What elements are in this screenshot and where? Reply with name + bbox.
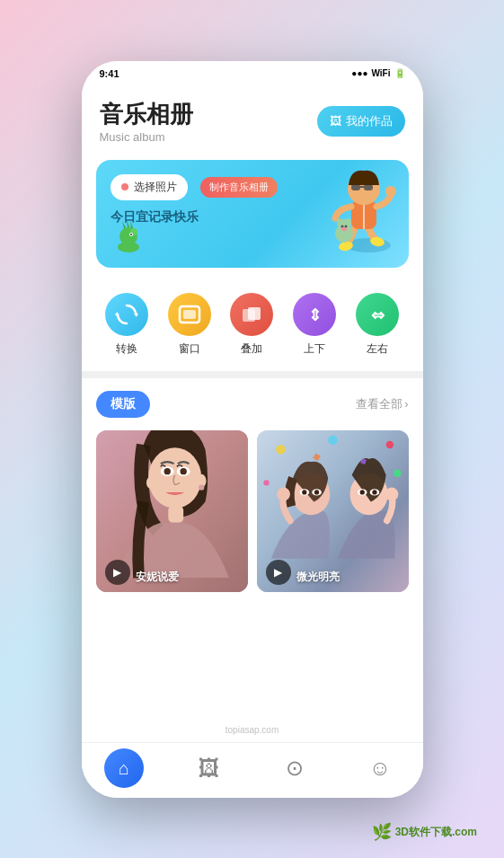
features-row: 转换 窗口 叠加 bbox=[82, 282, 423, 371]
banner-dot bbox=[121, 183, 128, 190]
svg-rect-29 bbox=[248, 307, 261, 320]
svg-point-41 bbox=[199, 484, 204, 490]
template-card-2[interactable]: ▶ 微光明亮 bbox=[257, 430, 409, 592]
feature-window[interactable]: 窗口 bbox=[168, 293, 211, 357]
overlay-icon bbox=[230, 293, 273, 336]
feature-overlay[interactable]: 叠加 bbox=[230, 293, 273, 357]
svg-point-54 bbox=[385, 487, 398, 500]
svg-point-47 bbox=[314, 490, 318, 494]
emoji-icon: ☺ bbox=[369, 756, 392, 781]
svg-point-61 bbox=[263, 480, 269, 485]
watermark: topiasap.com bbox=[225, 725, 279, 735]
template-header: 模版 查看全部 › bbox=[96, 391, 409, 418]
home-icon: ⌂ bbox=[104, 748, 144, 788]
banner-make-tag: 制作音乐相册 bbox=[200, 177, 278, 198]
home-icon-symbol: ⌂ bbox=[119, 758, 129, 779]
play-icon-2: ▶ bbox=[274, 566, 282, 579]
page-subtitle: Music album bbox=[100, 130, 193, 144]
bottom-watermark: 🌿 3D软件下载.com bbox=[372, 822, 477, 842]
content-area: 音乐相册 Music album 🖼 我的作品 选择照片 制作音乐相册 今日宜记… bbox=[82, 86, 423, 798]
svg-point-57 bbox=[328, 435, 338, 445]
bottom-nav: ⌂ 🖼 ⊙ ☺ bbox=[82, 742, 423, 798]
view-all-label: 查看全部 bbox=[356, 396, 402, 412]
svg-point-55 bbox=[276, 445, 286, 455]
svg-point-37 bbox=[164, 468, 170, 474]
wifi-icon: WiFi bbox=[371, 68, 390, 78]
nav-gallery[interactable]: 🖼 bbox=[167, 756, 252, 781]
signal-icon: ●●● bbox=[351, 68, 367, 78]
svg-marker-24 bbox=[136, 312, 138, 317]
svg-point-60 bbox=[393, 469, 401, 476]
my-works-button[interactable]: 🖼 我的作品 bbox=[317, 106, 405, 137]
banner-subtitle: 今日宜记录快乐 bbox=[111, 209, 394, 226]
status-time: 9:41 bbox=[100, 68, 119, 79]
template-badge: 模版 bbox=[96, 391, 150, 418]
banner[interactable]: 选择照片 制作音乐相册 今日宜记录快乐 bbox=[96, 160, 409, 268]
svg-point-56 bbox=[385, 441, 393, 448]
banner-select-btn[interactable]: 选择照片 bbox=[111, 174, 188, 200]
status-icons: ●●● WiFi 🔋 bbox=[351, 68, 404, 78]
feature-convert-label: 转换 bbox=[116, 341, 137, 357]
svg-point-33 bbox=[148, 447, 201, 509]
feature-leftright[interactable]: ⇔ 左右 bbox=[356, 293, 399, 357]
phone-frame: 9:41 ●●● WiFi 🔋 音乐相册 Music album 🖼 我的作品 bbox=[82, 61, 423, 798]
nav-play[interactable]: ⊙ bbox=[252, 756, 338, 781]
banner-content: 选择照片 制作音乐相册 今日宜记录快乐 bbox=[111, 174, 394, 226]
svg-point-15 bbox=[341, 227, 347, 231]
feature-leftright-label: 左右 bbox=[367, 341, 388, 357]
feature-updown[interactable]: ⇕ 上下 bbox=[293, 293, 336, 357]
card-2-play[interactable]: ▶ bbox=[266, 560, 291, 585]
nav-emoji[interactable]: ☺ bbox=[338, 756, 423, 781]
template-grid: ▶ 安妮说爱 bbox=[96, 430, 409, 592]
svg-rect-40 bbox=[168, 505, 183, 522]
template-section: 模版 查看全部 › bbox=[82, 378, 423, 605]
feature-convert[interactable]: 转换 bbox=[105, 293, 148, 357]
leftright-icon: ⇔ bbox=[356, 293, 399, 336]
svg-point-51 bbox=[359, 490, 364, 494]
feature-updown-label: 上下 bbox=[304, 341, 325, 357]
card-1-play[interactable]: ▶ bbox=[105, 560, 130, 585]
svg-point-20 bbox=[130, 234, 132, 235]
header-title: 音乐相册 Music album bbox=[100, 101, 193, 144]
svg-text:⇕: ⇕ bbox=[308, 306, 322, 324]
svg-point-53 bbox=[372, 490, 376, 494]
battery-icon: 🔋 bbox=[394, 68, 405, 78]
play-icon-1: ▶ bbox=[113, 566, 121, 579]
svg-marker-25 bbox=[115, 312, 118, 317]
watermark-leaf-icon: 🌿 bbox=[372, 822, 392, 842]
view-all-arrow: › bbox=[404, 397, 408, 411]
card-2-label: 微光明亮 bbox=[296, 570, 340, 585]
svg-point-39 bbox=[180, 468, 186, 474]
watermark-text: 3D软件下载.com bbox=[395, 825, 477, 840]
convert-icon bbox=[105, 293, 148, 336]
svg-text:⇔: ⇔ bbox=[370, 306, 384, 324]
svg-point-35 bbox=[146, 477, 153, 489]
nav-home[interactable]: ⌂ bbox=[82, 748, 167, 788]
card-1-label: 安妮说爱 bbox=[136, 570, 179, 585]
page-title: 音乐相册 bbox=[100, 101, 193, 128]
window-icon bbox=[168, 293, 211, 336]
svg-rect-27 bbox=[183, 310, 196, 319]
section-divider bbox=[82, 371, 423, 378]
status-bar: 9:41 ●●● WiFi 🔋 bbox=[82, 61, 423, 86]
gallery-icon: 🖼 bbox=[199, 756, 220, 781]
view-all-button[interactable]: 查看全部 › bbox=[356, 396, 408, 412]
banner-select-label: 选择照片 bbox=[134, 180, 177, 195]
feature-window-label: 窗口 bbox=[179, 341, 200, 357]
svg-point-48 bbox=[277, 487, 290, 500]
play-circle-icon: ⊙ bbox=[286, 756, 304, 781]
my-works-label: 我的作品 bbox=[346, 113, 393, 129]
feature-overlay-label: 叠加 bbox=[241, 341, 262, 357]
my-works-icon: 🖼 bbox=[330, 114, 341, 128]
template-card-1[interactable]: ▶ 安妮说爱 bbox=[96, 430, 248, 592]
svg-point-45 bbox=[302, 490, 306, 494]
updown-icon: ⇕ bbox=[293, 293, 336, 336]
header: 音乐相册 Music album 🖼 我的作品 bbox=[82, 86, 423, 153]
